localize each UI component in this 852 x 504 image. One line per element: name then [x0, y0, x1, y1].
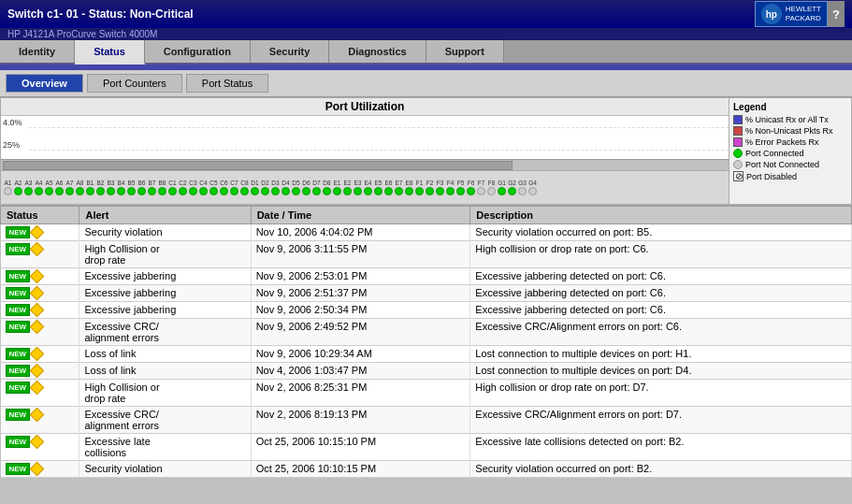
subtab-overview[interactable]: Overview [6, 74, 83, 93]
new-badge: NEW [6, 409, 31, 421]
alert-table-container[interactable]: Status Alert Date / Time Description NEW… [0, 205, 852, 504]
table-row: NEWExcessive jabberingNov 9, 2006 2:50:3… [1, 302, 852, 319]
hp-circle: hp [761, 4, 782, 24]
port-col-B1: B1 [85, 180, 95, 195]
port-col-D8: D8 [322, 180, 332, 195]
cell-alert-2: Excessive jabbering [79, 268, 251, 285]
new-badge: NEW [6, 321, 31, 333]
port-dot-B6 [137, 187, 146, 195]
cell-datetime-3: Nov 9, 2006 2:51:37 PM [251, 285, 470, 302]
port-col-C4: C4 [198, 180, 209, 195]
nav-tabs: Identity Status Configuration Security D… [0, 40, 852, 65]
cell-status-6: NEW [1, 346, 79, 363]
port-col-B7: B7 [147, 180, 157, 195]
cell-datetime-10: Oct 25, 2006 10:15:10 PM [251, 434, 470, 461]
port-label-D8: D8 [323, 180, 330, 186]
port-dot-A8 [76, 187, 84, 195]
port-label-C5: C5 [209, 180, 217, 186]
tab-security[interactable]: Security [251, 40, 329, 63]
cell-alert-9: Excessive CRC/ alignment errors [79, 407, 251, 434]
subtab-port-counters[interactable]: Port Counters [87, 74, 182, 93]
tab-identity[interactable]: Identity [0, 40, 75, 63]
legend-connected: Port Connected [733, 149, 847, 158]
cell-alert-1: High Collision or drop rate [79, 241, 251, 268]
table-row: NEWExcessive jabberingNov 9, 2006 2:53:0… [1, 268, 852, 285]
port-dot-B3 [107, 187, 115, 195]
port-col-G2: G2 [507, 180, 517, 195]
cell-status-4: NEW [1, 302, 79, 319]
chart-scroll-thumb[interactable] [3, 161, 513, 170]
tab-configuration[interactable]: Configuration [145, 40, 251, 63]
port-label-B5: B5 [128, 180, 136, 186]
cell-datetime-11: Oct 25, 2006 10:10:15 PM [251, 461, 470, 478]
cell-description-4: Excessive jabbering detected on port: C6… [470, 302, 852, 319]
port-dot-D1 [251, 187, 259, 195]
grid-line-mid [29, 150, 729, 151]
cell-description-7: Lost connection to multiple devices on p… [470, 363, 852, 380]
port-col-D6: D6 [301, 180, 311, 195]
port-dot-F6 [467, 187, 475, 195]
port-label-F3: F3 [437, 180, 444, 186]
tab-status[interactable]: Status [75, 40, 145, 65]
tab-support[interactable]: Support [426, 40, 504, 63]
cell-status-8: NEW [1, 380, 79, 407]
warning-diamond [30, 408, 45, 423]
port-label-B6: B6 [138, 180, 146, 186]
warning-diamond [30, 364, 45, 379]
subtab-port-status[interactable]: Port Status [186, 74, 268, 93]
port-col-D1: D1 [250, 180, 260, 195]
chart-scrollbar[interactable] [1, 159, 729, 170]
cell-datetime-7: Nov 4, 2006 1:03:47 PM [251, 363, 470, 380]
port-col-F1: F1 [414, 180, 425, 195]
table-row: NEWHigh Collision or drop rateNov 2, 200… [1, 380, 852, 407]
port-dot-G3 [518, 187, 527, 195]
port-label-F7: F7 [478, 180, 485, 186]
port-label-B7: B7 [149, 180, 156, 186]
cell-status-11: NEW [1, 461, 79, 478]
port-col-C8: C8 [239, 180, 250, 195]
port-dot-B5 [127, 187, 136, 195]
port-col-D5: D5 [291, 180, 301, 195]
help-button[interactable]: ? [828, 1, 845, 27]
port-dot-A3 [24, 187, 33, 195]
port-dot-A6 [55, 187, 64, 195]
table-row: NEWExcessive CRC/ alignment errorsNov 9,… [1, 319, 852, 346]
cell-status-1: NEW [1, 241, 79, 268]
new-badge: NEW [6, 382, 31, 394]
legend-title: Legend [733, 102, 847, 112]
legend-non-unicast-icon [733, 126, 743, 136]
port-label-E1: E1 [334, 180, 341, 186]
cell-status-10: NEW [1, 434, 79, 461]
port-label-F2: F2 [426, 180, 434, 186]
new-badge: NEW [6, 365, 31, 377]
tab-diagnostics[interactable]: Diagnostics [329, 40, 426, 63]
port-col-F5: F5 [455, 180, 466, 195]
port-dot-F3 [436, 187, 444, 195]
port-col-E2: E2 [342, 180, 353, 195]
port-indicators: A1A2A3A4A5A6A7A8B1B2B3B4B5B6B7B8C1C2C3C4… [3, 180, 538, 195]
port-label-D1: D1 [251, 180, 258, 186]
new-badge: NEW [6, 226, 31, 238]
header-title: Switch c1- 01 - Status: Non-Critical [7, 7, 194, 21]
new-badge: NEW [6, 287, 31, 299]
port-dot-E6 [384, 187, 393, 195]
port-label-E5: E5 [375, 180, 383, 186]
port-dot-G4 [528, 187, 537, 195]
port-col-E6: E6 [383, 180, 394, 195]
cell-description-3: Excessive jabbering detected on port: C6… [470, 285, 852, 302]
port-dot-F7 [477, 187, 485, 195]
new-badge: NEW [6, 243, 31, 255]
port-col-D3: D3 [270, 180, 281, 195]
port-label-G4: G4 [528, 180, 537, 186]
port-dot-E2 [343, 187, 352, 195]
chart-legend: Legend % Unicast Rx or All Tx % Non-Unic… [729, 98, 851, 204]
cell-description-6: Lost connection to multiple devices on p… [470, 346, 852, 363]
port-dot-F2 [426, 187, 434, 195]
port-col-E3: E3 [353, 180, 363, 195]
port-col-E1: E1 [332, 180, 342, 195]
chart-container: Port Utilization 4.0% 25% 10% A1A2A3A4A5… [0, 97, 852, 205]
legend-not-connected-icon [733, 160, 743, 169]
port-dot-F5 [456, 187, 465, 195]
warning-diamond [30, 286, 45, 301]
port-dot-F4 [446, 187, 455, 195]
